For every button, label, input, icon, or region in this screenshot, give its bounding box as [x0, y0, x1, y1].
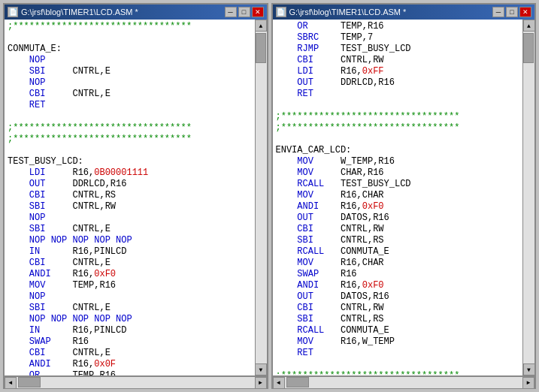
scroll-thumb-right[interactable]	[523, 33, 534, 63]
code-content-right[interactable]: OR TEMP,R16 SBRC TEMP,7 RJMP TEST_BUSY_L…	[273, 20, 523, 375]
line: ;*********************************	[276, 111, 460, 122]
title-buttons-right: ─ □ ✕	[492, 7, 531, 17]
scroll-thumb-left[interactable]	[256, 33, 266, 63]
title-bar-left: 📄 G:\jrsf\blog\TIMER1\LCD.ASM * ─ □ ✕	[5, 5, 267, 20]
maximize-button-right[interactable]: □	[506, 7, 518, 17]
scroll-down-left[interactable]: ▼	[255, 363, 267, 375]
line: RCALL TEST_BUSY_LCD	[276, 179, 411, 189]
code-area-right: OR TEMP,R16 SBRC TEMP,7 RJMP TEST_BUSY_L…	[273, 20, 535, 375]
line: MOV W_TEMP,R16	[276, 156, 395, 167]
scrollbar-v-left[interactable]: ▲ ▼	[255, 20, 267, 375]
close-button-left[interactable]: ✕	[252, 7, 264, 17]
line: NOP	[8, 77, 45, 88]
scroll-right-left[interactable]: ►	[255, 377, 267, 389]
line: NOP	[8, 213, 45, 223]
line: SWAP R16	[8, 336, 89, 347]
line: RET	[8, 100, 45, 110]
line: RCALL CONMUTA_E	[276, 325, 389, 336]
line: ;*********************************	[8, 134, 192, 144]
line: NOP NOP NOP NOP NOP	[8, 314, 132, 324]
line: SBRC TEMP,7	[276, 32, 374, 43]
line: MOV CHAR,R16	[276, 167, 384, 178]
line: ;*********************************	[276, 122, 460, 133]
scroll-thumb-h-right[interactable]	[286, 377, 309, 387]
line: IN R16,PINLCD	[8, 325, 126, 336]
line: OR TEMP,R16	[276, 21, 384, 32]
line: OUT DDRLCD,R16	[276, 77, 395, 88]
line: IN R16,PINLCD	[8, 246, 126, 257]
line: CBI CNTRL,RW	[276, 303, 384, 313]
line: CBI CNTRL,RS	[8, 190, 116, 201]
line: SBI CNTRL,RS	[276, 235, 384, 246]
scroll-track-left[interactable]	[256, 32, 267, 363]
scroll-thumb-h-left[interactable]	[18, 377, 41, 387]
scroll-track-h-right[interactable]	[285, 377, 523, 388]
line: RCALL CONMUTA_E	[276, 246, 389, 257]
line: OUT DATOS,R16	[276, 291, 389, 302]
scroll-track-h-left[interactable]	[17, 377, 255, 388]
line: SBI CNTRL,RW	[8, 201, 116, 212]
line: NOP NOP NOP NOP NOP	[8, 235, 132, 246]
window-icon-left: 📄	[8, 7, 18, 17]
line: NOP	[8, 55, 45, 65]
window-left: 📄 G:\jrsf\blog\TIMER1\LCD.ASM * ─ □ ✕ ;*…	[3, 3, 268, 389]
line: CONMUTA_E:	[8, 44, 62, 54]
line: LDI R16,0xFF	[276, 66, 384, 77]
line: TEST_BUSY_LCD:	[8, 156, 83, 167]
scroll-down-right[interactable]: ▼	[523, 363, 535, 375]
minimize-button-left[interactable]: ─	[225, 7, 237, 17]
line: OUT DDRLCD,R16	[8, 179, 126, 189]
scroll-track-right[interactable]	[523, 32, 534, 363]
line: ANDI R16,0xF0	[8, 269, 116, 279]
line: SBI CNTRL,E	[8, 303, 111, 313]
bottom-bar-right: ◄ ►	[273, 375, 535, 387]
line: CBI CNTRL,RW	[276, 55, 384, 65]
scroll-left-left[interactable]: ◄	[5, 377, 17, 389]
line: ;*********************************	[8, 122, 192, 133]
title-right: G:\jrsf\blog\TIMER1\LCD.ASM *	[289, 8, 490, 17]
line: CBI CNTRL,E	[8, 258, 111, 268]
scroll-up-left[interactable]: ▲	[255, 20, 267, 32]
scroll-left-right[interactable]: ◄	[273, 377, 285, 389]
line: ANDI R16,0xF0	[276, 201, 384, 212]
code-content-left[interactable]: ;********************************* CONMU…	[5, 20, 255, 375]
line: ;*********************************	[276, 370, 460, 375]
desktop: 📄 G:\jrsf\blog\TIMER1\LCD.ASM * ─ □ ✕ ;*…	[0, 0, 539, 392]
line: SWAP R16	[276, 269, 357, 279]
scroll-right-right[interactable]: ►	[522, 377, 534, 389]
maximize-button-left[interactable]: □	[238, 7, 250, 17]
line: OUT DATOS,R16	[276, 213, 389, 223]
line: ;*********************************	[8, 21, 192, 32]
line: CBI CNTRL,E	[8, 348, 111, 358]
line: RJMP TEST_BUSY_LCD	[276, 44, 411, 54]
line: SBI CNTRL,E	[8, 66, 111, 77]
line: MOV R16,CHAR	[276, 258, 384, 268]
line: MOV R16,W_TEMP	[276, 336, 395, 347]
title-left: G:\jrsf\blog\TIMER1\LCD.ASM *	[21, 8, 222, 17]
scroll-up-right[interactable]: ▲	[523, 20, 535, 32]
title-bar-right: 📄 G:\jrsf\blog\TIMER1\LCD.ASM * ─ □ ✕	[273, 5, 535, 20]
line: SBI CNTRL,RS	[276, 314, 384, 324]
window-icon-right: 📄	[276, 7, 286, 17]
line: RET	[276, 89, 313, 99]
code-area-left: ;********************************* CONMU…	[5, 20, 267, 375]
line: RET	[276, 348, 313, 358]
line: NOP	[8, 291, 45, 302]
scrollbar-v-right[interactable]: ▲ ▼	[522, 20, 534, 375]
bottom-bar-left: ◄ ►	[5, 375, 267, 387]
scrollbar-h-right[interactable]: ◄ ►	[273, 376, 535, 388]
title-buttons-left: ─ □ ✕	[225, 7, 264, 17]
line: CBI CNTRL,RW	[276, 224, 384, 234]
line: ENVIA_CAR_LCD:	[276, 145, 352, 155]
line: ANDI R16,0xF0	[276, 280, 384, 291]
line: CBI CNTRL,E	[8, 89, 111, 99]
line: OR TEMP,R16	[8, 370, 116, 375]
close-button-right[interactable]: ✕	[519, 7, 531, 17]
line: ANDI R16,0x0F	[8, 359, 116, 369]
line: SBI CNTRL,E	[8, 224, 111, 234]
line: MOV R16,CHAR	[276, 190, 384, 201]
line: LDI R16,0B00001111	[8, 167, 148, 178]
scrollbar-h-left[interactable]: ◄ ►	[5, 376, 267, 388]
minimize-button-right[interactable]: ─	[492, 7, 504, 17]
window-right: 📄 G:\jrsf\blog\TIMER1\LCD.ASM * ─ □ ✕ OR…	[271, 3, 537, 389]
